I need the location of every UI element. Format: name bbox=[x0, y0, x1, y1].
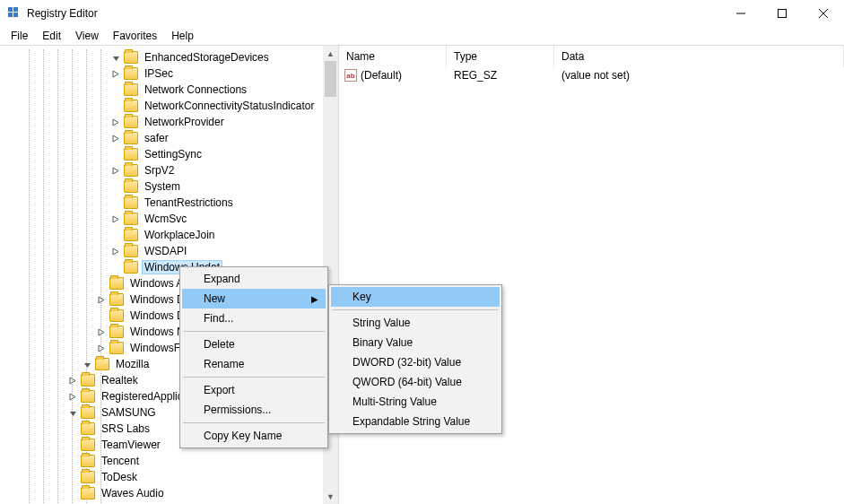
tree-item-label: NetworkConnectivityStatusIndicator bbox=[142, 99, 317, 113]
folder-icon bbox=[81, 487, 95, 500]
expand-icon[interactable] bbox=[109, 132, 122, 144]
minimize-button[interactable] bbox=[720, 0, 761, 27]
tree-item-label: safer bbox=[142, 131, 171, 145]
menu-view[interactable]: View bbox=[68, 28, 106, 44]
expand-icon bbox=[66, 422, 79, 435]
close-button[interactable] bbox=[803, 0, 844, 27]
expand-icon[interactable] bbox=[66, 374, 79, 387]
expand-icon[interactable] bbox=[109, 245, 122, 257]
sub-multi-string[interactable]: Multi-String Value bbox=[331, 392, 500, 412]
tree-item[interactable]: Tencent bbox=[2, 453, 338, 469]
expand-icon[interactable] bbox=[95, 342, 108, 354]
sub-string[interactable]: String Value bbox=[331, 313, 500, 333]
tree-item[interactable]: safer bbox=[2, 130, 338, 146]
expand-icon bbox=[109, 180, 122, 193]
folder-icon bbox=[124, 100, 138, 112]
folder-icon bbox=[81, 406, 95, 419]
ctx-expand[interactable]: Expand bbox=[182, 269, 326, 289]
sub-dword[interactable]: DWORD (32-bit) Value bbox=[331, 352, 500, 372]
value-name: (Default) bbox=[361, 69, 402, 82]
folder-icon bbox=[81, 471, 95, 483]
ctx-find[interactable]: Find... bbox=[182, 308, 326, 328]
tree-item[interactable]: IPSec bbox=[2, 65, 338, 82]
expand-icon[interactable] bbox=[109, 164, 122, 177]
separator bbox=[332, 309, 499, 310]
ctx-copy-key-name[interactable]: Copy Key Name bbox=[182, 426, 326, 446]
tree-item[interactable]: System bbox=[2, 178, 338, 195]
sub-qword[interactable]: QWORD (64-bit) Value bbox=[331, 372, 500, 392]
sub-expandable-string[interactable]: Expandable String Value bbox=[331, 412, 500, 431]
folder-icon bbox=[124, 51, 138, 64]
expand-icon bbox=[95, 277, 108, 290]
tree-item[interactable]: TenantRestrictions bbox=[2, 195, 338, 211]
folder-icon bbox=[124, 213, 138, 225]
folder-icon bbox=[124, 196, 138, 209]
new-submenu: Key String Value Binary Value DWORD (32-… bbox=[328, 284, 502, 434]
svg-rect-0 bbox=[8, 7, 13, 12]
tree-item[interactable]: WcmSvc bbox=[2, 211, 338, 227]
col-header-data[interactable]: Data bbox=[554, 46, 844, 67]
tree-item[interactable]: EnhancedStorageDevices bbox=[2, 49, 338, 65]
folder-icon bbox=[109, 342, 124, 354]
expand-icon bbox=[109, 229, 122, 241]
list-pane[interactable]: Name Type Data ab (Default) REG_SZ (valu… bbox=[339, 46, 844, 504]
folder-icon bbox=[124, 148, 138, 161]
tree-item[interactable]: SrpV2 bbox=[2, 162, 338, 178]
folder-icon bbox=[124, 180, 138, 193]
col-header-type[interactable]: Type bbox=[447, 46, 554, 67]
scroll-down-icon[interactable]: ▼ bbox=[323, 489, 338, 504]
expand-icon[interactable] bbox=[109, 213, 122, 225]
menu-help[interactable]: Help bbox=[164, 28, 201, 44]
ctx-permissions[interactable]: Permissions... bbox=[182, 400, 326, 420]
folder-icon bbox=[95, 358, 109, 370]
tree-item[interactable]: Network Connections bbox=[2, 82, 338, 98]
separator bbox=[183, 377, 325, 378]
tree-item[interactable]: NetworkConnectivityStatusIndicator bbox=[2, 98, 338, 114]
sub-binary[interactable]: Binary Value bbox=[331, 333, 500, 352]
tree-item-label: ToDesk bbox=[99, 470, 140, 484]
ctx-export[interactable]: Export bbox=[182, 380, 326, 400]
tree-item-label: SrpV2 bbox=[142, 163, 177, 178]
menu-file[interactable]: File bbox=[4, 28, 35, 44]
tree-item-label: TeamViewer bbox=[99, 438, 163, 452]
expand-icon[interactable] bbox=[95, 326, 108, 338]
menu-edit[interactable]: Edit bbox=[35, 28, 68, 44]
tree-item[interactable]: Waves Audio bbox=[2, 485, 338, 501]
collapse-icon[interactable] bbox=[66, 406, 79, 419]
tree-item[interactable]: WSDAPI bbox=[2, 243, 338, 259]
ctx-delete[interactable]: Delete bbox=[182, 335, 326, 354]
expand-icon[interactable] bbox=[109, 67, 122, 80]
separator bbox=[183, 331, 325, 332]
expand-icon[interactable] bbox=[109, 116, 122, 128]
expand-icon[interactable] bbox=[66, 390, 79, 403]
maximize-button[interactable] bbox=[761, 0, 803, 27]
string-value-icon: ab bbox=[344, 69, 357, 82]
col-header-name[interactable]: Name bbox=[339, 46, 447, 67]
menu-favorites[interactable]: Favorites bbox=[106, 28, 164, 44]
folder-icon bbox=[109, 293, 124, 306]
ctx-new[interactable]: New ▶ bbox=[182, 289, 326, 308]
tree-item[interactable]: ToDesk bbox=[2, 469, 338, 485]
list-row[interactable]: ab (Default) REG_SZ (value not set) bbox=[339, 67, 844, 83]
tree-item[interactable]: NetworkProvider bbox=[2, 114, 338, 130]
collapse-icon[interactable] bbox=[81, 358, 93, 370]
tree-item[interactable]: WorkplaceJoin bbox=[2, 227, 338, 243]
tree-item-label: TenantRestrictions bbox=[142, 196, 236, 210]
scroll-up-icon[interactable]: ▲ bbox=[323, 46, 338, 61]
tree-item-label: Network Connections bbox=[142, 83, 249, 97]
expand-icon bbox=[109, 148, 122, 161]
tree-item-label: Mozilla bbox=[113, 357, 152, 371]
folder-icon bbox=[124, 116, 138, 128]
scroll-thumb[interactable] bbox=[325, 61, 336, 97]
folder-icon bbox=[124, 261, 138, 274]
tree-item[interactable]: SettingSync bbox=[2, 146, 338, 162]
expand-icon bbox=[109, 261, 122, 274]
expand-icon bbox=[109, 196, 122, 209]
collapse-icon[interactable] bbox=[109, 51, 122, 64]
expand-icon[interactable] bbox=[95, 293, 108, 306]
submenu-arrow-icon: ▶ bbox=[311, 294, 318, 304]
ctx-rename[interactable]: Rename bbox=[182, 354, 326, 374]
expand-icon bbox=[95, 309, 108, 322]
sub-key[interactable]: Key bbox=[331, 287, 500, 307]
tree-item-label: SRS Labs bbox=[99, 421, 152, 436]
